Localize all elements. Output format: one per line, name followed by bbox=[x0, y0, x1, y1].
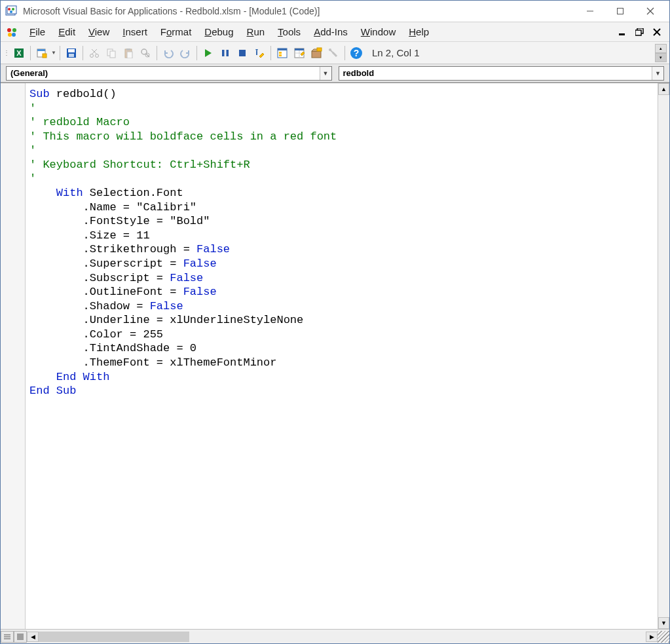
window-title: Microsoft Visual Basic for Applications … bbox=[23, 6, 575, 16]
code-navigation-bar: (General) ▼ redbold ▼ bbox=[1, 64, 669, 83]
object-combobox[interactable]: (General) ▼ bbox=[6, 66, 332, 81]
svg-rect-15 bbox=[635, 30, 641, 35]
svg-point-10 bbox=[12, 28, 16, 32]
procedure-view-button[interactable] bbox=[1, 631, 14, 643]
undo-button[interactable] bbox=[160, 45, 176, 61]
svg-rect-47 bbox=[279, 54, 282, 56]
toolbar-overflow[interactable]: ▴▾ bbox=[655, 44, 667, 62]
redo-button[interactable] bbox=[177, 45, 193, 61]
svg-point-55 bbox=[329, 48, 331, 51]
break-button[interactable] bbox=[217, 45, 233, 61]
chevron-down-icon: ▼ bbox=[652, 67, 663, 80]
menu-window[interactable]: Window bbox=[354, 24, 402, 40]
horizontal-scrollbar[interactable]: ◀ ▶ bbox=[27, 631, 658, 643]
menu-addins[interactable]: Add-Ins bbox=[307, 24, 354, 40]
svg-rect-13 bbox=[619, 33, 625, 35]
svg-rect-40 bbox=[227, 50, 229, 56]
minimize-button[interactable] bbox=[575, 2, 605, 20]
paste-button[interactable] bbox=[121, 45, 136, 61]
svg-rect-25 bbox=[69, 54, 74, 57]
scroll-left-icon[interactable]: ◀ bbox=[27, 632, 39, 642]
svg-rect-53 bbox=[317, 48, 322, 51]
svg-point-4 bbox=[10, 10, 12, 13]
menu-run[interactable]: Run bbox=[240, 24, 272, 40]
svg-point-27 bbox=[96, 54, 99, 57]
svg-rect-22 bbox=[43, 54, 47, 58]
svg-marker-38 bbox=[205, 49, 212, 57]
project-explorer-button[interactable] bbox=[274, 45, 290, 61]
view-excel-button[interactable]: X bbox=[11, 45, 27, 61]
reset-button[interactable] bbox=[234, 45, 250, 61]
svg-rect-41 bbox=[239, 50, 246, 56]
menubar: File Edit View Insert Format Debug Run T… bbox=[1, 22, 669, 42]
resize-grip-icon[interactable] bbox=[658, 631, 669, 643]
svg-point-3 bbox=[12, 8, 14, 10]
scroll-down-icon[interactable]: ▼ bbox=[658, 617, 669, 629]
menu-file[interactable]: File bbox=[23, 24, 52, 40]
mdi-restore-button[interactable] bbox=[635, 28, 644, 37]
object-combobox-value: (General) bbox=[10, 68, 48, 78]
svg-rect-39 bbox=[222, 50, 225, 56]
menu-edit[interactable]: Edit bbox=[52, 24, 82, 40]
titlebar: Microsoft Visual Basic for Applications … bbox=[1, 1, 669, 22]
full-module-view-button[interactable] bbox=[14, 631, 27, 643]
cut-button[interactable] bbox=[86, 45, 102, 61]
mdi-close-button[interactable] bbox=[652, 28, 661, 37]
bottom-bar: ◀ ▶ bbox=[1, 629, 669, 643]
menu-view[interactable]: View bbox=[82, 24, 116, 40]
svg-text:X: X bbox=[16, 49, 22, 57]
svg-rect-24 bbox=[68, 49, 75, 52]
svg-point-2 bbox=[8, 8, 10, 10]
svg-rect-21 bbox=[37, 49, 45, 51]
find-button[interactable] bbox=[138, 45, 153, 61]
svg-rect-52 bbox=[312, 51, 321, 58]
insert-module-button[interactable] bbox=[34, 45, 50, 61]
help-button[interactable]: ? bbox=[348, 45, 364, 61]
mdi-minimize-button[interactable] bbox=[618, 28, 627, 37]
svg-text:?: ? bbox=[354, 48, 360, 58]
toolbar: ⋮ X ▼ bbox=[1, 42, 669, 64]
svg-rect-6 bbox=[618, 9, 623, 14]
svg-point-12 bbox=[12, 33, 16, 37]
svg-point-26 bbox=[90, 54, 94, 57]
properties-window-button[interactable] bbox=[291, 45, 307, 61]
svg-rect-31 bbox=[110, 51, 115, 58]
svg-rect-43 bbox=[256, 51, 257, 55]
design-mode-button[interactable] bbox=[251, 45, 267, 61]
toolbox-button[interactable] bbox=[326, 45, 341, 61]
object-browser-button[interactable] bbox=[308, 45, 324, 61]
svg-rect-45 bbox=[278, 48, 287, 50]
code-area: Sub redbold() ' ' redbold Macro ' This m… bbox=[1, 83, 669, 629]
procedure-combobox-value: redbold bbox=[343, 68, 375, 78]
cursor-position-status: Ln 2, Col 1 bbox=[372, 47, 420, 58]
svg-rect-33 bbox=[126, 48, 130, 50]
svg-point-9 bbox=[7, 28, 11, 32]
vba-logo-icon bbox=[5, 25, 19, 39]
maximize-button[interactable] bbox=[605, 2, 635, 20]
menu-help[interactable]: Help bbox=[402, 24, 436, 40]
svg-rect-46 bbox=[279, 52, 282, 54]
margin-indicator-bar[interactable] bbox=[1, 83, 26, 629]
save-button[interactable] bbox=[64, 45, 79, 61]
vertical-scrollbar[interactable]: ▲ ▼ bbox=[658, 83, 669, 629]
menu-insert[interactable]: Insert bbox=[116, 24, 154, 40]
insert-dropdown[interactable]: ▼ bbox=[51, 50, 56, 56]
chevron-down-icon: ▼ bbox=[320, 67, 331, 80]
vba-app-icon bbox=[5, 5, 18, 18]
copy-button[interactable] bbox=[103, 45, 119, 61]
menu-format[interactable]: Format bbox=[154, 24, 198, 40]
run-button[interactable] bbox=[200, 45, 216, 61]
code-editor[interactable]: Sub redbold() ' ' redbold Macro ' This m… bbox=[26, 83, 658, 629]
svg-rect-49 bbox=[295, 48, 304, 50]
menu-debug[interactable]: Debug bbox=[198, 24, 240, 40]
menu-tools[interactable]: Tools bbox=[271, 24, 307, 40]
scroll-right-icon[interactable]: ▶ bbox=[646, 632, 658, 642]
svg-point-11 bbox=[8, 33, 12, 37]
svg-rect-34 bbox=[127, 52, 132, 58]
procedure-combobox[interactable]: redbold ▼ bbox=[339, 66, 665, 81]
scroll-thumb[interactable] bbox=[39, 632, 189, 642]
close-button[interactable] bbox=[635, 2, 665, 20]
scroll-up-icon[interactable]: ▲ bbox=[658, 83, 669, 95]
